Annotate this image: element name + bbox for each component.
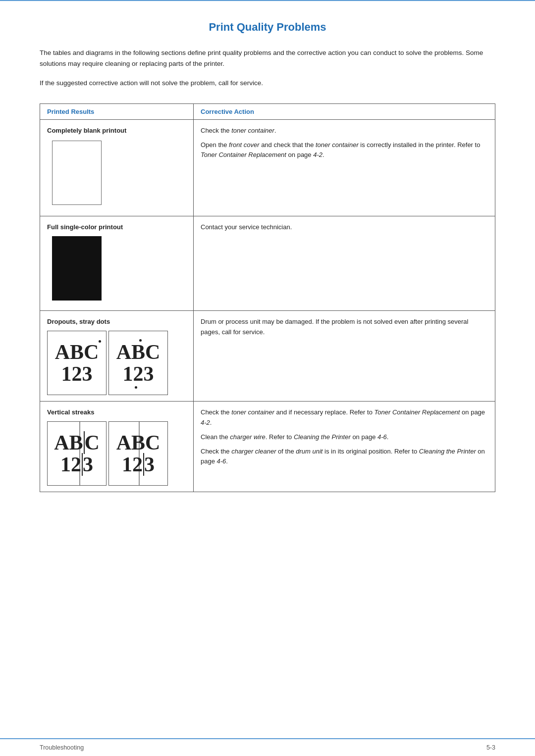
streak-box-right: ABC 123 [108, 421, 168, 486]
col1-header: Printed Results [40, 103, 194, 119]
footer-left: Troubleshooting [40, 744, 84, 751]
action-text-blank: Check the toner container. Open the fron… [201, 126, 488, 160]
streak-illustration: ABC 123 ABC 123 [47, 421, 186, 486]
streak-box-left: ABC 123 [47, 421, 107, 486]
intro-para2: If the suggested corrective action will … [40, 78, 495, 89]
page-container: Print Quality Problems The tables and di… [0, 0, 535, 756]
page-title: Print Quality Problems [40, 21, 495, 34]
action-text-streak: Check the toner container and if necessa… [201, 407, 488, 467]
problems-table: Printed Results Corrective Action Comple… [40, 103, 495, 493]
intro-block: The tables and diagrams in the following… [40, 48, 495, 89]
problem-label-streak: Vertical streaks [47, 407, 186, 417]
action-cell-streak: Check the toner container and if necessa… [194, 402, 495, 492]
action-cell-blank: Check the toner container. Open the fron… [194, 119, 495, 216]
footer-right: 5-3 [486, 744, 495, 751]
action-cell-dropout: Drum or process unit may be damaged. If … [194, 311, 495, 402]
dropout-illustration: ABC 123 ABC 123 [47, 331, 186, 395]
content-area: Print Quality Problems The tables and di… [0, 1, 535, 738]
problem-cell-streak: Vertical streaks ABC 123 [40, 402, 194, 492]
problem-label-black: Full single-color printout [47, 222, 186, 232]
col2-header: Corrective Action [194, 103, 495, 119]
action-text-dropout: Drum or process unit may be damaged. If … [201, 317, 488, 338]
problem-label-dropout: Dropouts, stray dots [47, 317, 186, 327]
problem-cell-blank: Completely blank printout [40, 119, 194, 216]
dropout-box-left: ABC 123 [47, 331, 107, 395]
table-row: Vertical streaks ABC 123 [40, 402, 495, 492]
action-cell-black: Contact your service technician. [194, 216, 495, 310]
table-row: Completely blank printout Check the tone… [40, 119, 495, 216]
page-footer: Troubleshooting 5-3 [0, 738, 535, 756]
blank-page-illustration [52, 141, 102, 205]
problem-cell-black: Full single-color printout [40, 216, 194, 310]
intro-para1: The tables and diagrams in the following… [40, 48, 495, 69]
table-row: Dropouts, stray dots ABC 123 ABC 123 [40, 311, 495, 402]
dropout-box-right: ABC 123 [108, 331, 168, 395]
problem-cell-dropout: Dropouts, stray dots ABC 123 ABC 123 [40, 311, 194, 402]
action-text-black: Contact your service technician. [201, 222, 488, 233]
problem-label-blank: Completely blank printout [47, 126, 186, 136]
table-row: Full single-color printout Contact your … [40, 216, 495, 310]
black-page-illustration [52, 236, 102, 301]
